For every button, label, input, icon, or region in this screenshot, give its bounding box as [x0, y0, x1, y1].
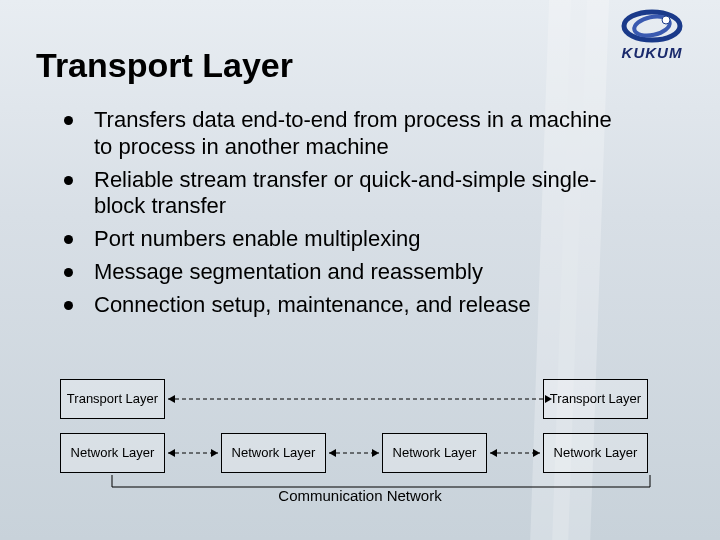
svg-point-2	[662, 16, 670, 24]
network-layer-box: Network Layer	[60, 433, 165, 473]
bullet-item: Transfers data end-to-end from process i…	[64, 107, 624, 161]
network-row: Network Layer Network Layer Network Laye…	[60, 433, 660, 473]
bullet-list: Transfers data end-to-end from process i…	[64, 107, 624, 319]
network-layer-box: Network Layer	[382, 433, 487, 473]
slide-title: Transport Layer	[36, 46, 684, 85]
bullet-item: Port numbers enable multiplexing	[64, 226, 624, 253]
bullet-item: Message segmentation and reassembly	[64, 259, 624, 286]
network-layer-box: Network Layer	[221, 433, 326, 473]
diagram-spacer	[382, 379, 487, 419]
bullet-item: Connection setup, maintenance, and relea…	[64, 292, 624, 319]
diagram-spacer	[221, 379, 326, 419]
slide-container: KUKUM Transport Layer Transfers data end…	[0, 0, 720, 540]
logo: KUKUM	[602, 6, 702, 61]
transport-row: Transport Layer Transport Layer	[60, 379, 660, 419]
logo-swirl-icon	[620, 6, 684, 46]
bullet-item: Reliable stream transfer or quick-and-si…	[64, 167, 624, 221]
transport-layer-box-left: Transport Layer	[60, 379, 165, 419]
network-layer-box: Network Layer	[543, 433, 648, 473]
diagram-caption: Communication Network	[60, 487, 660, 504]
transport-layer-box-right: Transport Layer	[543, 379, 648, 419]
logo-text: KUKUM	[602, 44, 702, 61]
layer-diagram: Transport Layer Transport Layer Network …	[60, 379, 660, 504]
